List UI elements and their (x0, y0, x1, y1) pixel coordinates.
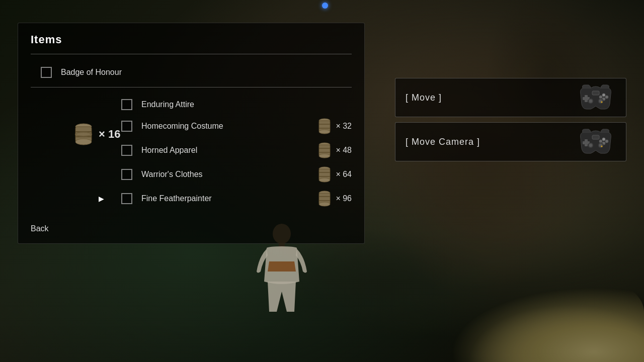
items-panel: Items Badge of Honour × 16 Enduring Atti (18, 23, 365, 244)
svg-point-13 (319, 154, 330, 158)
item-checkbox-5[interactable] (121, 193, 132, 204)
particle-effect (322, 3, 328, 9)
svg-point-34 (589, 100, 592, 103)
svg-point-53 (601, 145, 603, 147)
svg-point-39 (601, 101, 603, 103)
item-list: Enduring Attire Homecoming Costume × 32 (31, 95, 352, 211)
currency-display: × 16 (73, 123, 120, 146)
control-move-camera: [ Move Camera ] (395, 122, 626, 161)
item-name-5: Fine Featherpainter (141, 194, 312, 203)
item-checkbox-1[interactable] (121, 99, 132, 110)
item-checkbox-4[interactable] (121, 169, 132, 180)
item-name-4: Warrior's Clothes (141, 170, 312, 179)
svg-rect-52 (592, 135, 599, 139)
divider-top (31, 54, 352, 54)
item-cost-5: × 96 (317, 191, 352, 207)
currency-amount: × 16 (99, 128, 120, 141)
barrel-icon (317, 142, 332, 158)
svg-point-48 (589, 144, 592, 147)
svg-point-28 (602, 94, 605, 97)
item-name-1: Enduring Attire (141, 100, 352, 109)
svg-point-2 (75, 139, 92, 145)
svg-point-54 (273, 224, 291, 244)
list-item-selected: ▶ Fine Featherpainter × 96 (121, 187, 352, 211)
controller-icon-camera (576, 128, 616, 156)
badge-checkbox[interactable] (41, 67, 52, 78)
move-camera-label: [ Move Camera ] (406, 137, 480, 147)
barrel-icon (317, 191, 332, 207)
background-deco (392, 261, 644, 362)
back-button[interactable]: Back (31, 224, 49, 233)
svg-rect-38 (592, 91, 599, 95)
selection-arrow: ▶ (99, 195, 104, 203)
divider-mid (31, 87, 352, 87)
cost-mult-5: × 96 (336, 194, 352, 203)
item-name-2: Homecoming Costume (141, 122, 312, 131)
badge-section: Badge of Honour (31, 62, 352, 83)
cost-mult-4: × 64 (336, 170, 352, 179)
barrel-icon (317, 118, 332, 134)
svg-point-45 (599, 140, 602, 143)
list-item: Homecoming Costume × 32 (121, 114, 352, 138)
svg-point-29 (605, 96, 608, 99)
badge-item-name: Badge of Honour (61, 68, 122, 77)
currency-barrel-icon (73, 123, 94, 146)
item-checkbox-2[interactable] (121, 121, 132, 132)
item-checkbox-3[interactable] (121, 145, 132, 156)
list-item: Warrior's Clothes × 64 (121, 162, 352, 187)
panel-title: Items (31, 33, 352, 46)
list-item: Enduring Attire (121, 95, 352, 114)
item-cost-3: × 48 (317, 142, 352, 158)
svg-point-8 (319, 130, 330, 134)
move-label: [ Move ] (406, 93, 442, 103)
controller-icon-move (576, 84, 616, 112)
svg-point-31 (599, 96, 602, 99)
svg-point-43 (605, 140, 608, 143)
cost-mult-3: × 48 (336, 146, 352, 155)
barrel-icon (317, 166, 332, 183)
svg-point-42 (602, 138, 605, 141)
controls-panel: [ Move ] (395, 78, 626, 161)
control-move: [ Move ] (395, 78, 626, 117)
item-name-3: Horned Apparel (141, 146, 312, 155)
item-cost-2: × 32 (317, 118, 352, 134)
cost-mult-2: × 32 (336, 122, 352, 131)
character-silhouette (242, 221, 322, 332)
item-cost-4: × 64 (317, 166, 352, 183)
svg-point-23 (319, 202, 330, 206)
svg-point-18 (319, 178, 330, 182)
list-item: Horned Apparel × 48 (121, 138, 352, 162)
